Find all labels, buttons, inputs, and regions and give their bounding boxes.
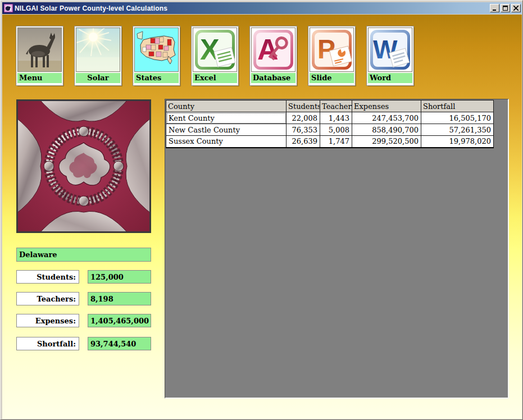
database-button-label: Database xyxy=(251,72,295,83)
app-window: NILGAI Solar Power County-level Calculat… xyxy=(0,0,523,420)
students-column-header[interactable]: Students xyxy=(286,101,320,112)
table-header-row: County Students Teachers Expenses Shortf… xyxy=(166,101,494,112)
expenses-cell[interactable]: 247,453,700 xyxy=(352,112,421,124)
county-cell[interactable]: Kent County xyxy=(166,112,286,124)
county-cell[interactable]: Sussex County xyxy=(166,136,286,148)
county-table: County Students Teachers Expenses Shortf… xyxy=(166,100,494,148)
excel-button[interactable]: X Excel xyxy=(192,26,238,85)
maximize-button[interactable] xyxy=(501,4,510,12)
shortfall-cell[interactable]: 16,505,170 xyxy=(421,112,494,124)
access-key-logo-icon: A xyxy=(251,28,295,72)
maroon-silver-fractal-image xyxy=(18,101,149,231)
state-name-label: Delaware xyxy=(16,248,151,262)
word-button[interactable]: W Word xyxy=(367,26,413,85)
close-icon xyxy=(513,6,519,11)
word-logo-icon: W xyxy=(368,28,412,72)
expenses-label: Expenses: xyxy=(16,314,79,327)
shortfall-cell[interactable]: 57,261,350 xyxy=(421,124,494,136)
solar-button-label: Solar xyxy=(76,72,120,83)
expenses-column-header[interactable]: Expenses xyxy=(352,101,421,112)
teachers-cell[interactable]: 5,008 xyxy=(320,124,352,136)
teachers-label: Teachers: xyxy=(16,292,79,305)
word-button-label: Word xyxy=(368,72,412,83)
database-button[interactable]: A Database xyxy=(250,26,297,85)
slide-button[interactable]: P Slide xyxy=(308,26,355,85)
shortfall-value-field[interactable]: 93,744,540 xyxy=(88,337,151,350)
shortfall-cell[interactable]: 19,978,020 xyxy=(421,136,494,148)
fractal-picture xyxy=(16,99,151,233)
us-states-map-icon xyxy=(134,28,179,72)
states-button-label: States xyxy=(134,72,179,83)
menu-button[interactable]: Menu xyxy=(16,26,63,85)
table-row[interactable]: Sussex County 26,639 1,747 299,520,500 1… xyxy=(166,136,494,148)
students-cell[interactable]: 22,008 xyxy=(286,112,320,124)
sun-glare-icon xyxy=(76,28,120,72)
expenses-value-field[interactable]: 1,405,465,000 xyxy=(88,314,151,327)
menu-button-label: Menu xyxy=(17,72,62,83)
shortfall-label: Shortfall: xyxy=(16,337,79,350)
solar-button[interactable]: Solar xyxy=(75,26,121,85)
county-column-header[interactable]: County xyxy=(166,101,286,112)
students-label: Students: xyxy=(16,270,79,284)
county-grid-panel: County Students Teachers Expenses Shortf… xyxy=(165,99,509,399)
slide-button-label: Slide xyxy=(310,72,354,83)
excel-button-label: Excel xyxy=(193,72,237,83)
students-value-field[interactable]: 125,000 xyxy=(88,270,151,284)
shortfall-column-header[interactable]: Shortfall xyxy=(421,101,494,112)
students-cell[interactable]: 76,353 xyxy=(286,124,320,136)
teachers-column-header[interactable]: Teachers xyxy=(320,101,352,112)
expenses-cell[interactable]: 299,520,500 xyxy=(352,136,421,148)
table-row[interactable]: Kent County 22,008 1,443 247,453,700 16,… xyxy=(166,112,494,124)
states-button[interactable]: States xyxy=(133,26,180,85)
close-button[interactable] xyxy=(511,4,521,12)
nilgai-antelope-photo-icon xyxy=(17,28,62,72)
minimize-icon xyxy=(492,6,497,11)
app-icon xyxy=(4,4,13,12)
teachers-cell[interactable]: 1,747 xyxy=(320,136,352,148)
students-cell[interactable]: 26,639 xyxy=(286,136,320,148)
teachers-value-field[interactable]: 8,198 xyxy=(88,292,151,305)
county-cell[interactable]: New Castle County xyxy=(166,124,286,136)
expenses-cell[interactable]: 858,490,700 xyxy=(352,124,421,136)
excel-logo-icon: X xyxy=(193,28,237,72)
table-row[interactable]: New Castle County 76,353 5,008 858,490,7… xyxy=(166,124,494,136)
window-title: NILGAI Solar Power County-level Calculat… xyxy=(15,4,489,12)
maximize-icon xyxy=(503,6,508,11)
client-area: Menu xyxy=(2,15,522,419)
teachers-cell[interactable]: 1,443 xyxy=(320,112,352,124)
powerpoint-logo-icon: P xyxy=(310,28,354,72)
title-bar[interactable]: NILGAI Solar Power County-level Calculat… xyxy=(2,2,522,14)
minimize-button[interactable] xyxy=(490,4,499,12)
